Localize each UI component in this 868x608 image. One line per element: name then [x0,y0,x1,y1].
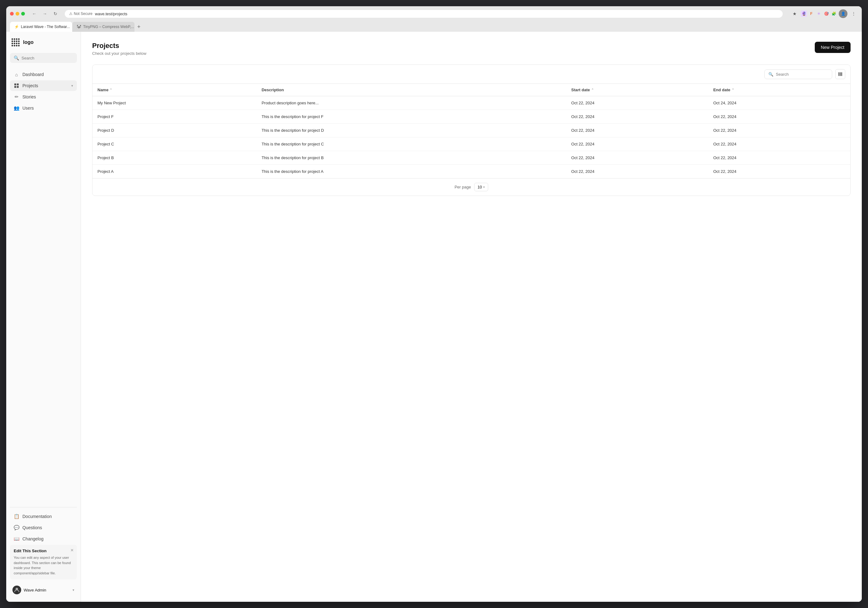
forward-button[interactable]: → [40,9,49,18]
ext-icon-1[interactable]: 🔮 [801,11,807,17]
sidebar-item-questions[interactable]: 💬 Questions [10,522,77,533]
per-page-label: Per page [454,185,471,189]
per-page-chevron-icon: ▾ [483,185,485,189]
edit-section-close-button[interactable]: ✕ [70,548,74,552]
table-footer: Per page 10 ▾ [93,178,850,195]
minimize-button[interactable] [16,12,19,16]
cell-description: This is the description for project F [257,110,566,124]
address-bar[interactable]: ⚠ Not Secure wave.test/projects [65,10,783,18]
table-row[interactable]: Project B This is the description for pr… [93,151,850,165]
table-row[interactable]: My New Project Product description goes … [93,96,850,110]
browser-window: ← → ↻ ⚠ Not Secure wave.test/projects ★ … [6,6,862,602]
sidebar-nav: ⌂ Dashboard Projects ▾ [10,69,77,507]
table-search-icon: 🔍 [768,72,773,77]
tab-2[interactable]: 🐼 TinyPNG – Compress WebP,... ✕ [72,22,135,32]
browser-content: logo 🔍 ⌂ Dashboard [6,32,862,602]
cell-start-date: Oct 22, 2024 [566,96,708,110]
new-project-button[interactable]: New Project [815,42,851,53]
ext-icon-2[interactable]: F [808,11,814,17]
table-header: Name ⌃ Description [93,84,850,96]
per-page-value: 10 [477,185,482,189]
cell-description: This is the description for project C [257,137,566,151]
sidebar-item-stories[interactable]: ✏ Stories [10,92,77,102]
stories-icon: ✏ [14,94,19,100]
close-button[interactable] [10,12,14,16]
sidebar-item-projects-label: Projects [22,83,68,88]
edit-section-card: ✕ Edit This Section You can edit any asp… [10,545,77,579]
sidebar-item-users-label: Users [22,105,73,110]
search-input[interactable] [22,56,73,60]
page-header: Projects Check out your projects below N… [92,42,851,56]
table-row[interactable]: Project A This is the description for pr… [93,165,850,178]
sidebar-item-projects[interactable]: Projects ▾ [10,81,77,91]
questions-icon: 💬 [14,525,19,530]
sidebar-item-documentation[interactable]: 📋 Documentation [10,511,77,522]
reload-button[interactable]: ↻ [51,9,60,18]
sidebar-item-dashboard[interactable]: ⌂ Dashboard [10,69,77,80]
cell-start-date: Oct 22, 2024 [566,137,708,151]
ext-icon-3[interactable]: ✳ [816,11,822,17]
cell-end-date: Oct 24, 2024 [708,96,850,110]
svg-rect-1 [17,84,19,85]
svg-rect-2 [14,86,16,88]
tab-1[interactable]: ⚡ Laravel Wave - The Softwar... ✕ [10,22,72,32]
edit-section-text: You can edit any aspect of your user das… [14,555,73,575]
name-sort-icon: ⌃ [110,88,112,92]
projects-icon [14,83,19,88]
security-indicator: ⚠ Not Secure [69,11,93,16]
col-start-date[interactable]: Start date ⌃ [566,84,708,96]
ext-icon-4[interactable]: 🎯 [823,11,829,17]
projects-table-container: 🔍 [92,65,851,196]
maximize-button[interactable] [21,12,25,16]
main-content: Projects Check out your projects below N… [81,32,862,602]
user-avatar [12,586,21,594]
tab2-favicon: 🐼 [77,25,81,29]
sidebar-item-questions-label: Questions [22,525,73,530]
svg-rect-0 [14,84,16,85]
table-search-input[interactable] [776,72,828,77]
start-date-sort-icon: ⌃ [591,88,594,92]
back-button[interactable]: ← [30,9,39,18]
cell-name: Project F [93,110,257,124]
table-row[interactable]: Project D This is the description for pr… [93,124,850,137]
ext-icon-5[interactable]: 🧩 [831,11,837,17]
browser-titlebar: ← → ↻ ⚠ Not Secure wave.test/projects ★ … [6,6,862,32]
cell-start-date: Oct 22, 2024 [566,151,708,165]
col-description: Description [257,84,566,96]
cell-end-date: Oct 22, 2024 [708,137,850,151]
menu-button[interactable]: ⋮ [849,9,858,18]
logo-text: logo [23,40,34,45]
per-page-select[interactable]: 10 ▾ [474,183,488,191]
cell-description: This is the description for project B [257,151,566,165]
sidebar-item-changelog[interactable]: 📖 Changelog [10,534,77,544]
logo-icon [11,38,20,47]
cell-name: Project B [93,151,257,165]
page-subtitle: Check out your projects below [92,51,146,56]
end-date-sort-icon: ⌃ [732,88,734,92]
sidebar-item-users[interactable]: 👥 Users [10,103,77,113]
logo-area: logo [10,37,77,48]
cell-name: Project A [93,165,257,178]
cell-description: This is the description for project D [257,124,566,137]
profile-button[interactable]: 👤 [839,9,848,18]
tab1-favicon: ⚡ [14,25,19,29]
table-search-box[interactable]: 🔍 [764,70,832,79]
cell-start-date: Oct 22, 2024 [566,165,708,178]
sidebar-search[interactable]: 🔍 [10,53,77,63]
security-label: Not Secure [74,11,93,16]
sidebar: logo 🔍 ⌂ Dashboard [6,32,81,602]
new-tab-button[interactable]: + [135,22,143,31]
col-end-date[interactable]: End date ⌃ [708,84,850,96]
user-menu[interactable]: Wave Admin ▾ [10,583,77,597]
sidebar-item-changelog-label: Changelog [22,537,73,541]
cell-name: Project D [93,124,257,137]
columns-toggle-button[interactable] [835,69,845,79]
browser-actions: ★ 🔮 F ✳ 🎯 🧩 👤 ⋮ [790,9,858,18]
bookmark-button[interactable]: ★ [790,9,799,18]
cell-end-date: Oct 22, 2024 [708,110,850,124]
cell-description: This is the description for project A [257,165,566,178]
table-row[interactable]: Project C This is the description for pr… [93,137,850,151]
warning-icon: ⚠ [69,11,73,16]
col-name[interactable]: Name ⌃ [93,84,257,96]
table-row[interactable]: Project F This is the description for pr… [93,110,850,124]
